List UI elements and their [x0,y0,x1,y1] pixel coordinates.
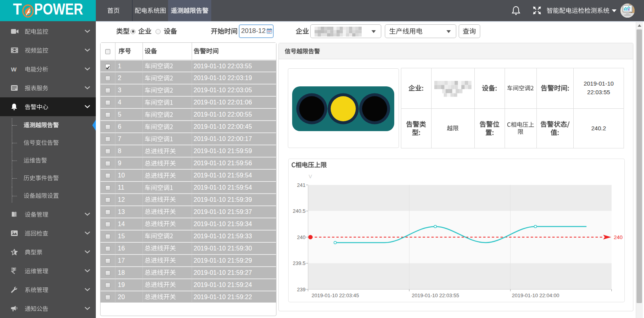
svg-text:240.5: 240.5 [293,208,306,214]
svg-text:240: 240 [297,234,306,240]
svg-text:2019-01-10 22:03:55: 2019-01-10 22:03:55 [412,292,459,298]
svg-text:V: V [309,174,312,179]
svg-text:2019-01-10 22:04:00: 2019-01-10 22:04:00 [512,292,559,298]
svg-text:240: 240 [614,234,623,240]
svg-text:2019-01-10 22:03:45: 2019-01-10 22:03:45 [311,292,359,298]
svg-text:241: 241 [297,182,306,188]
svg-text:W: W [11,66,17,72]
svg-text:239: 239 [297,287,306,292]
svg-text:239.5: 239.5 [293,260,306,266]
